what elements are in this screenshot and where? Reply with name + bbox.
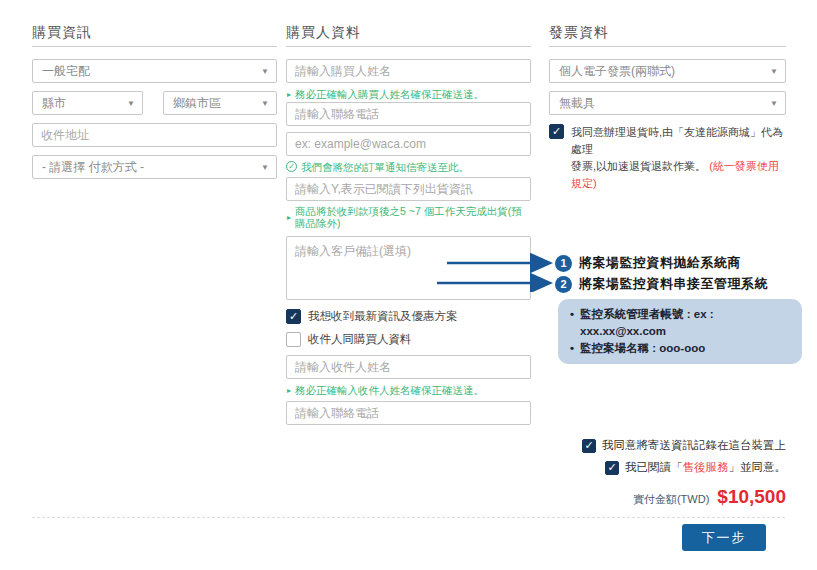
check-icon: ✓: [584, 440, 593, 451]
invoice-type-value: 個人電子發票(兩聯式): [559, 63, 675, 80]
recipient-name-note: ▸ 務必正確輸入收件人姓名確保正確送達。: [286, 384, 531, 397]
annotation-arrows-icon: [430, 248, 560, 292]
after-sales-service-link[interactable]: 售後服務: [683, 461, 729, 473]
chevron-down-icon: ▼: [261, 67, 269, 76]
payment-method-value: - 請選擇 付款方式 -: [42, 159, 144, 176]
district-select[interactable]: 鄉鎮市區 ▼: [163, 91, 277, 115]
return-agree-checkbox[interactable]: ✓: [549, 124, 564, 139]
return-agree-row[interactable]: ✓ 我同意辦理退貨時,由「友達能源商城」代為處理 發票,以加速退貨退款作業。 (…: [549, 124, 786, 192]
buyer-name-note: ▸ 務必正確輸入購買人姓名確保正確送達。: [286, 88, 531, 101]
same-as-buyer-checkbox[interactable]: ✓: [286, 332, 301, 347]
carrier-value: 無載具: [559, 95, 595, 112]
dotted-divider: [32, 517, 785, 518]
carrier-select[interactable]: 無載具 ▼: [549, 91, 786, 115]
annotation-2-text: 將案場監控資料串接至管理系統: [579, 275, 768, 293]
chevron-down-icon: ▼: [261, 163, 269, 172]
total-price-value: $10,500: [717, 486, 786, 508]
circle-check-icon: ✓: [286, 161, 297, 172]
bullet-icon: •: [570, 340, 574, 357]
newsletter-checkbox-row[interactable]: ✓ 我想收到最新資訊及優惠方案: [286, 309, 458, 324]
buyer-info-title: 購買人資料: [286, 24, 361, 42]
divider: [549, 46, 786, 47]
district-value: 鄉鎮市區: [173, 95, 221, 112]
buyer-name-input[interactable]: [286, 59, 531, 83]
terms-agree-label: 我已閱讀「售後服務」並同意。: [625, 460, 786, 475]
checkout-page: 購買資訊 一般宅配 ▼ 縣市 ▼ 鄉鎮市區 ▼ - 請選擇 付款方式 - ▼ 購…: [0, 0, 817, 570]
read-confirm-input[interactable]: [286, 177, 531, 201]
bubble-line-2: • 監控案場名稱 : ooo-ooo: [570, 340, 790, 357]
newsletter-label: 我想收到最新資訊及優惠方案: [308, 309, 458, 324]
check-icon: ✓: [607, 462, 616, 473]
buyer-phone-input[interactable]: [286, 102, 531, 126]
chevron-down-icon: ▼: [770, 99, 778, 108]
invoice-info-title: 發票資料: [549, 24, 609, 42]
buyer-email-note: ✓ 我們會將您的訂單通知信寄送至此。: [286, 161, 531, 173]
annotation-1-text: 將案場監控資料拋給系統商: [579, 254, 741, 272]
newsletter-checkbox[interactable]: ✓: [286, 309, 301, 324]
chevron-down-icon: ▼: [127, 99, 135, 108]
buyer-email-input[interactable]: [286, 132, 531, 156]
annotation-item-1: 1 將案場監控資料拋給系統商: [555, 254, 741, 272]
invoice-type-select[interactable]: 個人電子發票(兩聯式) ▼: [549, 59, 786, 83]
device-record-checkbox[interactable]: ✓: [582, 439, 596, 453]
payment-method-select[interactable]: - 請選擇 付款方式 - ▼: [32, 155, 277, 179]
next-step-button[interactable]: 下一步: [682, 524, 766, 551]
address-input[interactable]: [32, 123, 277, 147]
bubble-line-1: • 監控系統管理者帳號 : ex : xxx.xx@xx.com: [570, 306, 790, 340]
number-circle-1-icon: 1: [555, 255, 572, 272]
same-as-buyer-label: 收件人同購買人資料: [308, 332, 412, 347]
recipient-phone-input[interactable]: [286, 401, 531, 425]
total-price-row: 實付金額(TWD) $10,500: [633, 486, 786, 508]
purchase-info-section: 購買資訊 一般宅配 ▼ 縣市 ▼ 鄉鎮市區 ▼ - 請選擇 付款方式 - ▼: [32, 0, 277, 570]
triangle-marker-icon: ▸: [287, 89, 291, 101]
check-icon: ✓: [552, 126, 561, 137]
divider: [286, 46, 531, 47]
bullet-icon: •: [570, 306, 574, 340]
triangle-marker-icon: ▸: [287, 212, 291, 229]
county-value: 縣市: [42, 95, 66, 112]
purchase-info-title: 購買資訊: [32, 24, 92, 42]
check-icon: ✓: [289, 311, 298, 322]
terms-agree-checkbox[interactable]: ✓: [605, 461, 619, 475]
shipping-method-value: 一般宅配: [42, 63, 90, 80]
device-record-row[interactable]: ✓ 我同意將寄送資訊記錄在這台裝置上: [582, 438, 786, 453]
annotation-item-2: 2 將案場監控資料串接至管理系統: [555, 275, 768, 293]
number-circle-2-icon: 2: [555, 276, 572, 293]
divider: [32, 46, 277, 47]
triangle-marker-icon: ▸: [287, 385, 291, 397]
terms-agree-row[interactable]: ✓ 我已閱讀「售後服務」並同意。: [605, 460, 786, 475]
chevron-down-icon: ▼: [770, 67, 778, 76]
county-select[interactable]: 縣市 ▼: [32, 91, 143, 115]
recipient-name-input[interactable]: [286, 355, 531, 379]
device-record-label: 我同意將寄送資訊記錄在這台裝置上: [602, 438, 786, 453]
shipping-time-note: ▸ 商品將於收到款項後之5 ~7 個工作天完成出貨(預購品除外): [286, 205, 531, 229]
same-as-buyer-checkbox-row[interactable]: ✓ 收件人同購買人資料: [286, 332, 412, 347]
chevron-down-icon: ▼: [261, 99, 269, 108]
annotation-bubble: • 監控系統管理者帳號 : ex : xxx.xx@xx.com • 監控案場名…: [558, 299, 802, 364]
total-price-label: 實付金額(TWD): [633, 492, 709, 507]
shipping-method-select[interactable]: 一般宅配 ▼: [32, 59, 277, 83]
return-agree-text: 我同意辦理退貨時,由「友達能源商城」代為處理 發票,以加速退貨退款作業。 (統一…: [571, 124, 786, 192]
